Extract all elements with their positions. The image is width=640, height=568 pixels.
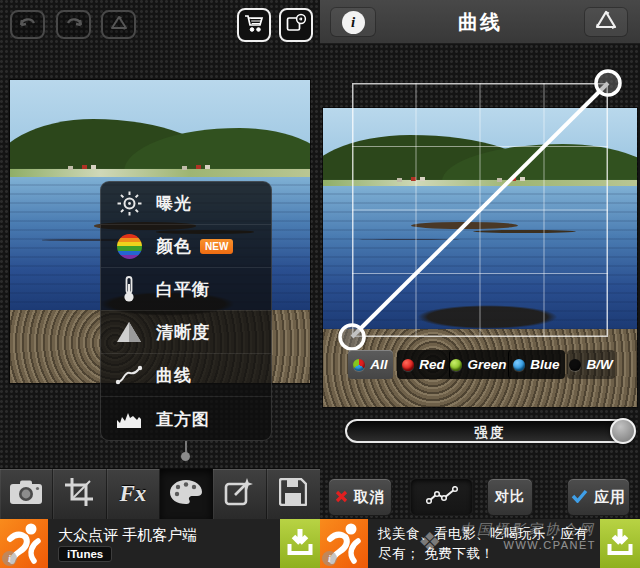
tool-effects[interactable]: Fx — [107, 469, 160, 519]
ad-text-line1: 找美食、看电影、吃喝玩乐，应有 — [378, 525, 588, 543]
store-button[interactable] — [237, 8, 271, 42]
download-icon — [287, 528, 313, 560]
photo-houses — [82, 165, 87, 169]
download-button[interactable] — [600, 519, 640, 568]
channel-label: Red — [419, 357, 445, 372]
ad-title: 大众点评 手机客户端 — [58, 526, 197, 545]
download-button[interactable] — [280, 519, 320, 568]
share-edit-icon — [224, 478, 254, 510]
channel-red[interactable]: Red — [399, 350, 448, 379]
menu-item-clarity[interactable]: 清晰度 — [101, 311, 271, 354]
curves-pane: 曲线 i — [320, 0, 640, 568]
info-icon: i — [342, 11, 365, 34]
triangle-icon — [114, 320, 144, 344]
reset-button[interactable] — [101, 10, 136, 39]
channel-all[interactable]: All — [348, 350, 393, 379]
curves-header: 曲线 i — [320, 0, 640, 44]
compare-button[interactable]: 对比 — [487, 478, 533, 516]
color-wheel-icon — [114, 234, 144, 259]
cart-icon — [243, 13, 265, 37]
red-channel-icon — [402, 359, 414, 371]
ad-banner[interactable]: i 找美食、看电影、吃喝玩乐，应有 尽有； 免费下载！ ❖ 中国摄影家协会网 W… — [320, 519, 640, 568]
ad-banner[interactable]: i 大众点评 手机客户端 iTunes — [0, 519, 320, 568]
green-channel-icon — [450, 359, 462, 371]
bw-channel-icon — [569, 359, 581, 371]
curves-editor[interactable] — [352, 83, 608, 337]
new-badge: NEW — [200, 239, 233, 254]
strength-slider-knob[interactable] — [610, 418, 636, 444]
channel-label: Blue — [530, 357, 559, 372]
cancel-button[interactable]: 取消 — [328, 478, 392, 516]
curve-points-icon — [425, 486, 459, 509]
reset-recycle-icon — [109, 14, 129, 36]
export-photo-icon — [285, 13, 307, 37]
histogram-icon — [114, 408, 144, 430]
fx-icon: Fx — [119, 481, 146, 507]
sun-icon — [114, 190, 144, 217]
redo-icon — [63, 15, 85, 35]
tool-save[interactable] — [267, 469, 320, 519]
undo-button[interactable] — [10, 10, 45, 39]
info-button[interactable]: i — [330, 7, 376, 37]
cancel-label: 取消 — [354, 488, 386, 507]
all-channel-icon — [353, 359, 365, 371]
photo-houses — [196, 165, 201, 169]
app-screen: 曝光 颜色 NEW 白平衡 — [0, 0, 640, 568]
thermometer-icon — [114, 275, 144, 303]
channel-green[interactable]: Green — [449, 350, 507, 379]
menu-item-exposure[interactable]: 曝光 — [101, 182, 271, 225]
menu-item-color[interactable]: 颜色 NEW — [101, 225, 271, 268]
channel-blue[interactable]: Blue — [508, 350, 564, 379]
tool-adjust-palette[interactable] — [160, 469, 213, 519]
blue-channel-icon — [513, 359, 525, 371]
itunes-badge: iTunes — [58, 546, 112, 562]
tool-crop[interactable] — [53, 469, 106, 519]
curve-handle-shadows[interactable] — [340, 325, 364, 349]
apply-label: 应用 — [594, 488, 626, 507]
cancel-x-icon — [335, 489, 348, 506]
redo-button[interactable] — [56, 10, 91, 39]
ad-text-line2: 尽有； 免费下载！ — [378, 545, 494, 563]
menu-item-label: 白平衡 — [156, 278, 210, 301]
curve-handle-highlights[interactable] — [596, 71, 620, 95]
menu-pointer-dot — [181, 452, 190, 461]
camera-icon — [9, 479, 43, 509]
channel-label: All — [370, 357, 387, 372]
ad-info-icon[interactable]: i — [322, 551, 337, 566]
crop-icon — [64, 477, 94, 511]
tool-share-edit[interactable] — [213, 469, 266, 519]
curve-icon — [114, 364, 144, 386]
apply-check-icon — [571, 489, 588, 506]
menu-item-white-balance[interactable]: 白平衡 — [101, 268, 271, 311]
compare-label: 对比 — [495, 488, 525, 506]
save-floppy-icon — [279, 478, 307, 510]
export-button[interactable] — [279, 8, 313, 42]
dianping-logo: i — [320, 519, 368, 568]
bottom-toolbar: Fx — [0, 468, 320, 519]
channel-bw[interactable]: B/W — [567, 350, 615, 379]
menu-item-label: 曲线 — [156, 364, 192, 387]
undo-icon — [17, 15, 39, 35]
menu-item-label: 清晰度 — [156, 321, 210, 344]
ad-info-icon[interactable]: i — [2, 551, 17, 566]
editor-pane: 曝光 颜色 NEW 白平衡 — [0, 0, 320, 568]
strength-slider-label: 强度 — [347, 424, 633, 442]
menu-item-label: 直方图 — [156, 408, 210, 431]
curve-points-button[interactable] — [410, 478, 473, 516]
menu-item-curves[interactable]: 曲线 — [101, 354, 271, 397]
dianping-logo: i — [0, 519, 48, 568]
channel-label: B/W — [586, 357, 612, 372]
menu-item-label: 颜色 — [156, 235, 192, 258]
reset-curves-button[interactable] — [584, 7, 628, 37]
palette-icon — [169, 479, 203, 509]
strength-slider[interactable]: 强度 — [345, 419, 635, 443]
apply-button[interactable]: 应用 — [567, 478, 630, 516]
menu-item-label: 曝光 — [156, 192, 192, 215]
tool-camera[interactable] — [0, 469, 53, 519]
adjustment-menu: 曝光 颜色 NEW 白平衡 — [100, 181, 272, 441]
reset-recycle-icon — [594, 9, 618, 35]
channel-label: Green — [467, 357, 506, 372]
download-icon — [607, 528, 633, 560]
menu-item-histogram[interactable]: 直方图 — [101, 397, 271, 440]
